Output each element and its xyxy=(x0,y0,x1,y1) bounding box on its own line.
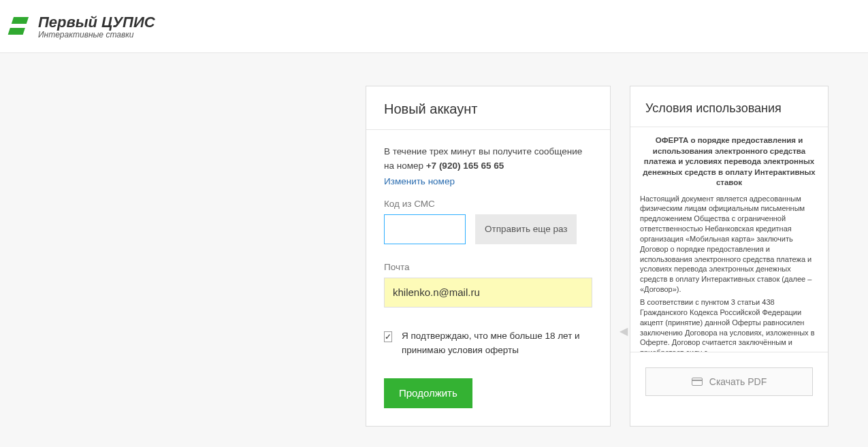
terms-body-p2: В соответствии с пунктом 3 статьи 438 Гр… xyxy=(640,297,818,352)
change-number-link[interactable]: Изменить номер xyxy=(384,176,455,186)
collapse-terms-arrow-icon[interactable]: ◀ xyxy=(620,325,628,337)
sms-code-label: Код из СМС xyxy=(384,199,592,209)
resend-sms-button[interactable]: Отправить еще раз xyxy=(475,214,577,244)
email-label: Почта xyxy=(384,262,592,272)
terms-offer-title: ОФЕРТА о порядке предоставления и исполь… xyxy=(640,135,818,188)
download-pdf-button[interactable]: Скачать PDF xyxy=(645,367,813,396)
confirm-age-checkbox[interactable]: ✓ xyxy=(384,331,392,342)
terms-panel: Условия использования ОФЕРТА о порядке п… xyxy=(630,86,829,427)
email-input[interactable] xyxy=(384,278,592,308)
brand-tagline: Интерактивные ставки xyxy=(38,30,155,39)
svg-rect-3 xyxy=(692,380,702,381)
sms-notice-phone: +7 (920) 165 65 65 xyxy=(426,161,504,171)
svg-rect-0 xyxy=(12,17,29,24)
download-pdf-label: Скачать PDF xyxy=(709,376,767,387)
terms-title: Условия использования xyxy=(630,86,828,127)
sms-notice: В течение трех минут вы получите сообщен… xyxy=(384,145,592,173)
svg-rect-2 xyxy=(692,378,702,386)
form-title: Новый аккаунт xyxy=(366,86,610,130)
logo-icon xyxy=(5,13,33,40)
terms-body-p1: Настоящий документ является адресованным… xyxy=(640,194,818,295)
card-icon xyxy=(692,378,703,386)
confirm-age-text: Я подтверждаю, что мне больше 18 лет и п… xyxy=(402,329,592,358)
brand-name: Первый ЦУПИС xyxy=(38,14,155,31)
sms-code-input[interactable] xyxy=(384,214,466,244)
brand-logo: Первый ЦУПИС Интерактивные ставки xyxy=(5,13,155,40)
continue-button[interactable]: Продолжить xyxy=(384,378,472,408)
signup-form-panel: Новый аккаунт В течение трех минут вы по… xyxy=(366,86,611,427)
svg-rect-1 xyxy=(8,28,25,35)
app-header: Первый ЦУПИС Интерактивные ставки xyxy=(0,0,868,53)
terms-scroll-area[interactable]: ОФЕРТА о порядке предоставления и исполь… xyxy=(630,127,828,352)
